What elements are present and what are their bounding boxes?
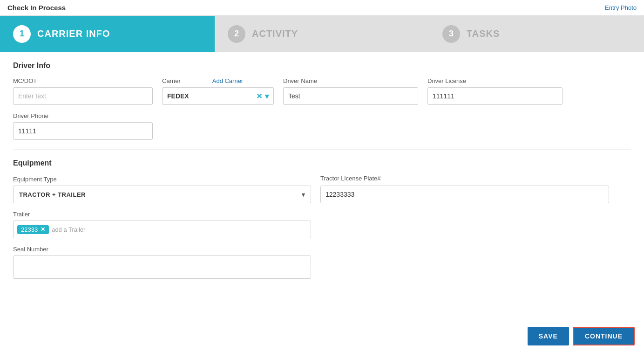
step-1[interactable]: 1 CARRIER INFO — [0, 16, 215, 52]
driver-phone-input[interactable] — [13, 122, 153, 140]
trailer-tag-value: 22333 — [21, 226, 38, 233]
step-1-label: CARRIER INFO — [37, 28, 110, 39]
equipment-type-group: Equipment Type TRACTOR + TRAILER ▾ — [13, 176, 311, 203]
carrier-value: FEDEX — [167, 92, 256, 100]
equipment-type-chevron-icon[interactable]: ▾ — [302, 191, 305, 198]
save-button[interactable]: SAVE — [528, 327, 569, 345]
carrier-group: Carrier Add Carrier FEDEX ✕ ▾ — [162, 77, 274, 105]
trailer-group: Trailer 22333 ✕ add a Trailer — [13, 211, 311, 238]
header: Check In Process Entry Photo — [0, 0, 644, 16]
equipment-type-label: Equipment Type — [13, 176, 311, 183]
driver-phone-label: Driver Phone — [13, 112, 153, 119]
equipment-row-2: Trailer 22333 ✕ add a Trailer — [13, 211, 631, 238]
driver-name-group: Driver Name — [283, 77, 418, 105]
driver-row-1: MC/DOT Carrier Add Carrier FEDEX ✕ ▾ Dri… — [13, 77, 631, 105]
driver-name-input[interactable] — [283, 87, 418, 105]
steps-bar: 1 CARRIER INFO 2 ACTIVITY 3 TASKS — [0, 16, 644, 52]
mcdot-group: MC/DOT — [13, 77, 153, 105]
mcdot-label: MC/DOT — [13, 77, 153, 84]
section-divider — [13, 149, 631, 150]
step-1-circle: 1 — [13, 25, 31, 43]
trailer-label: Trailer — [13, 211, 311, 218]
equipment-type-value: TRACTOR + TRAILER — [19, 191, 86, 198]
trailer-input-wrapper[interactable]: 22333 ✕ add a Trailer — [13, 221, 311, 238]
entry-photo-link[interactable]: Entry Photo — [605, 4, 637, 11]
driver-phone-group: Driver Phone — [13, 112, 153, 140]
carrier-dropdown[interactable]: FEDEX ✕ ▾ — [162, 87, 274, 105]
mcdot-input[interactable] — [13, 87, 153, 105]
equipment-heading: Equipment — [13, 159, 631, 167]
step-3[interactable]: 3 TASKS — [429, 16, 644, 52]
equipment-row-3: Seal Number — [13, 246, 631, 279]
equipment-row-1: Equipment Type TRACTOR + TRAILER ▾ Tract… — [13, 175, 631, 203]
carrier-clear-icon[interactable]: ✕ — [256, 92, 262, 101]
page-title: Check In Process — [7, 4, 66, 12]
main-content: Driver Info MC/DOT Carrier Add Carrier F… — [0, 52, 644, 296]
tractor-plate-group: Tractor License Plate# — [320, 175, 609, 203]
driver-license-input[interactable] — [427, 87, 563, 105]
step-2[interactable]: 2 ACTIVITY — [215, 16, 429, 52]
continue-button[interactable]: CONTINUE — [573, 327, 635, 345]
seal-number-label: Seal Number — [13, 246, 311, 253]
carrier-label: Carrier — [162, 77, 181, 84]
tractor-plate-label: Tractor License Plate# — [320, 175, 609, 182]
carrier-chevron-down-icon[interactable]: ▾ — [265, 92, 269, 101]
step-3-circle: 3 — [442, 25, 460, 43]
driver-row-2: Driver Phone — [13, 112, 631, 140]
driver-license-label: Driver License — [427, 77, 563, 84]
driver-license-group: Driver License — [427, 77, 563, 105]
seal-number-input[interactable] — [13, 255, 311, 279]
driver-name-label: Driver Name — [283, 77, 418, 84]
driver-info-heading: Driver Info — [13, 62, 631, 70]
step-2-label: ACTIVITY — [252, 28, 298, 39]
carrier-label-row: Carrier Add Carrier — [162, 77, 274, 85]
seal-number-group: Seal Number — [13, 246, 311, 279]
trailer-placeholder: add a Trailer — [52, 226, 85, 233]
step-2-circle: 2 — [228, 25, 245, 43]
footer: SAVE CONTINUE — [518, 320, 644, 352]
tractor-plate-input[interactable] — [320, 186, 609, 203]
trailer-tag-remove-icon[interactable]: ✕ — [41, 226, 45, 233]
step-3-label: TASKS — [467, 28, 500, 39]
trailer-tag: 22333 ✕ — [17, 225, 49, 234]
equipment-type-dropdown[interactable]: TRACTOR + TRAILER ▾ — [13, 186, 311, 203]
add-carrier-link[interactable]: Add Carrier — [212, 77, 243, 84]
